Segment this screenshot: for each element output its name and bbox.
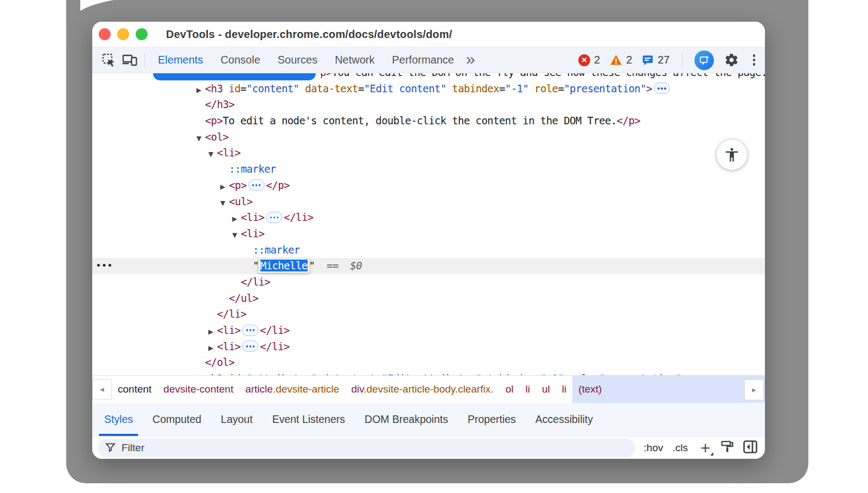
kebab-menu-button[interactable] <box>750 54 759 66</box>
panel-tab-layout[interactable]: Layout <box>211 403 263 436</box>
breadcrumb-forward-button[interactable]: ▸ <box>744 380 764 400</box>
breadcrumb-item[interactable]: devsite-content <box>157 383 239 395</box>
accessibility-fab-button[interactable] <box>717 140 747 170</box>
collapse-arrow-icon[interactable]: ▼ <box>220 195 229 212</box>
breadcrumb-item[interactable]: content <box>112 383 157 395</box>
rendering-emulations-button[interactable] <box>720 440 734 456</box>
dom-token-attr: data-text <box>305 83 358 94</box>
filter-bar-buttons: :hov .cls ＋ <box>644 440 757 456</box>
inspect-element-button[interactable] <box>99 50 119 71</box>
row-overflow-dots[interactable]: ••• <box>96 258 113 274</box>
dom-tree-row[interactable]: </h3> <box>92 97 765 113</box>
breadcrumb-item[interactable]: ul <box>536 383 556 395</box>
breadcrumb-back-button[interactable]: ◂ <box>92 379 112 400</box>
element-state-toggle[interactable]: :hov <box>644 442 663 454</box>
dom-token-attr: tabindex <box>452 83 499 94</box>
dom-token-tag: <li> <box>241 227 264 239</box>
breadcrumb-item[interactable]: li <box>556 383 572 395</box>
maximize-window-button[interactable] <box>136 28 148 40</box>
warning-badge[interactable]: 2 <box>610 54 632 66</box>
dom-tree-row[interactable]: </li> <box>92 306 765 323</box>
minimize-window-button[interactable] <box>117 28 129 40</box>
dom-tree-row[interactable]: p>You can edit the DOM on the fly and se… <box>92 73 765 81</box>
expand-arrow-icon[interactable]: ▶ <box>232 211 241 227</box>
expand-arrow-icon[interactable]: ▶ <box>208 324 217 340</box>
breadcrumb-item[interactable]: article.devsite-article <box>239 383 345 395</box>
collapsed-content-ellipsis-icon[interactable] <box>242 325 258 336</box>
dom-tree-row[interactable]: ▼<li> <box>92 226 765 242</box>
accessibility-person-icon <box>724 147 740 163</box>
dom-tree-row[interactable]: ::marker <box>92 161 765 178</box>
ai-assistance-button[interactable] <box>694 50 714 70</box>
more-tabs-button[interactable]: » <box>463 51 478 67</box>
new-style-rule-button[interactable]: ＋ <box>697 440 711 456</box>
dom-tree-row[interactable]: ▶<h3 id="attributes" data-text="Edit att… <box>92 371 765 375</box>
dom-tree-row[interactable]: ▼<ul> <box>92 194 765 210</box>
breadcrumb-item[interactable]: (text) <box>572 376 765 403</box>
collapsed-content-ellipsis-icon[interactable] <box>248 179 265 191</box>
collapsed-content-ellipsis-icon[interactable] <box>654 83 670 94</box>
tab-console[interactable]: Console <box>212 47 269 73</box>
dom-token-plain <box>446 83 452 94</box>
panel-tab-event-listeners[interactable]: Event Listeners <box>263 403 355 436</box>
expand-arrow-icon[interactable]: ▶ <box>220 179 229 195</box>
dom-tree-row[interactable]: •••"Michelle" == $0 <box>92 258 765 274</box>
dom-tree-row[interactable]: ▶<li></li> <box>92 339 765 355</box>
class-toggle[interactable]: .cls <box>673 442 688 454</box>
styles-filter-input[interactable]: Filter <box>98 439 635 457</box>
breadcrumb-item[interactable]: ol <box>500 383 520 395</box>
dom-tree-row[interactable]: </ul> <box>92 290 765 307</box>
panel-tab-accessibility[interactable]: Accessibility <box>526 403 603 436</box>
breadcrumb-token-tag: devsite-content <box>163 383 233 395</box>
panel-tab-properties[interactable]: Properties <box>458 403 526 436</box>
dom-tree-row[interactable]: ▶<h3 id="content" data-text="Edit conten… <box>92 81 765 97</box>
dom-token-plain <box>299 83 305 94</box>
collapse-arrow-icon[interactable]: ▼ <box>196 131 205 147</box>
dom-tree-row[interactable]: </li> <box>92 274 765 290</box>
inline-text-editor[interactable]: Michelle <box>259 258 309 273</box>
dom-token-gray: == <box>315 260 350 271</box>
collapse-arrow-icon[interactable]: ▼ <box>208 147 217 163</box>
expand-arrow-icon[interactable]: ▶ <box>208 340 217 357</box>
device-toolbar-button[interactable] <box>119 50 140 71</box>
dom-tree-row[interactable]: ▶<li></li> <box>92 323 765 339</box>
dom-tree-row[interactable]: </ol> <box>92 355 765 371</box>
breadcrumb-item[interactable]: li <box>519 383 535 395</box>
toggle-sidebar-button[interactable] <box>743 440 757 456</box>
settings-button[interactable] <box>722 50 742 71</box>
dom-tree-row[interactable]: ::marker <box>92 242 765 258</box>
dom-token-val: "presentation" <box>564 83 646 94</box>
issues-badge[interactable]: 27 <box>642 54 669 66</box>
dom-tree-row[interactable]: ▼<ol> <box>92 129 765 146</box>
error-badge[interactable]: ✕ 2 <box>578 54 600 66</box>
dom-token-tag: <li> <box>217 324 240 336</box>
expand-arrow-icon[interactable]: ▶ <box>196 83 205 99</box>
dom-tree-row[interactable]: <p>To edit a node's content, double-clic… <box>92 113 765 129</box>
dom-tree-row[interactable]: ▶<p></p> <box>92 178 765 194</box>
dom-token-tag: </li> <box>260 324 289 336</box>
tab-elements[interactable]: Elements <box>149 47 212 73</box>
dom-token-plain <box>528 83 534 94</box>
dom-token-tag: <ol> <box>205 131 228 143</box>
dom-tree-row[interactable]: ▼<li> <box>92 145 765 161</box>
panel-tab-computed[interactable]: Computed <box>143 403 211 436</box>
dom-token-tag: <ul> <box>229 195 252 207</box>
dom-tree-row[interactable]: ▶<li></li> <box>92 210 765 226</box>
dom-tree-panel: p>You can edit the DOM on the fly and se… <box>92 73 765 375</box>
panel-tab-styles[interactable]: Styles <box>94 403 143 436</box>
close-window-button[interactable] <box>99 28 111 40</box>
collapsed-content-ellipsis-icon[interactable] <box>266 212 282 223</box>
collapsed-content-ellipsis-icon[interactable] <box>242 340 258 352</box>
tab-sources[interactable]: Sources <box>269 47 326 73</box>
sidebar-tab-strip: StylesComputedLayoutEvent ListenersDOM B… <box>92 403 765 437</box>
panel-tab-dom-breakpoints[interactable]: DOM Breakpoints <box>355 403 458 436</box>
tab-performance[interactable]: Performance <box>384 47 463 73</box>
breadcrumb-item[interactable]: div.devsite-article-body.clearfix. <box>345 383 499 395</box>
collapse-arrow-icon[interactable]: ▼ <box>232 227 241 244</box>
dom-token-plain: " <box>253 260 259 271</box>
dom-token-tag: <p> <box>205 115 223 127</box>
panel-tab-strip: ElementsConsoleSourcesNetworkPerformance <box>149 47 463 73</box>
devtools-toolbar: ElementsConsoleSourcesNetworkPerformance… <box>92 47 765 73</box>
tab-network[interactable]: Network <box>326 47 383 73</box>
settings-gear-icon <box>724 53 739 67</box>
